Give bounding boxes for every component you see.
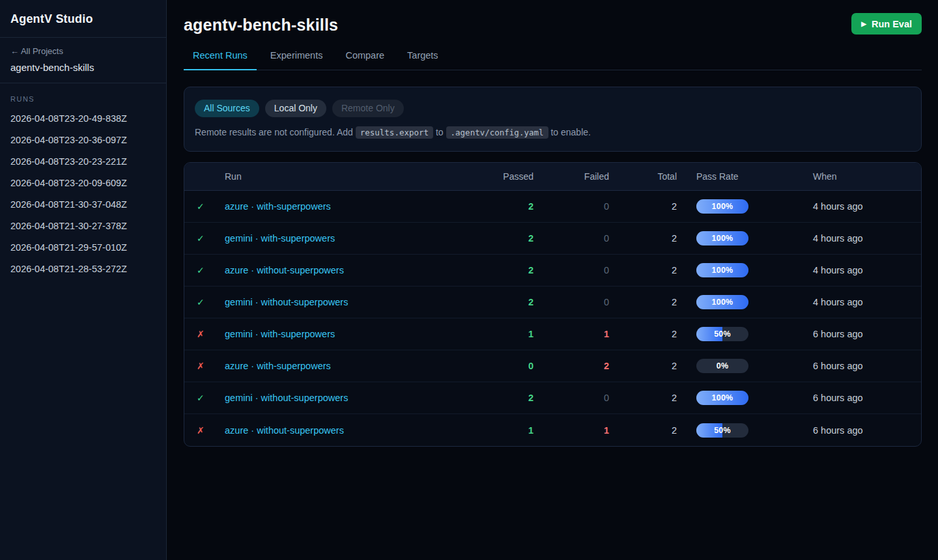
pass-icon: ✓ [184,393,225,403]
run-link[interactable]: gemini · with-superpowers [225,329,335,339]
failed-cell: 0 [533,265,609,275]
column-header-passed: Passed [462,171,533,182]
total-cell: 2 [609,425,677,436]
total-cell: 2 [609,265,677,275]
fail-icon: ✗ [184,329,225,339]
run-link[interactable]: azure · with-superpowers [225,361,331,371]
tab-bar: Recent RunsExperimentsCompareTargets [184,50,922,70]
run-link[interactable]: gemini · with-superpowers [225,233,335,244]
passed-cell: 2 [462,265,533,275]
tab-compare[interactable]: Compare [336,50,393,70]
run-link[interactable]: azure · without-superpowers [225,265,344,275]
code-results-export: results.export [356,126,433,139]
tab-recent-runs[interactable]: Recent Runs [184,50,257,70]
pass-rate-pill: 0% [696,359,748,373]
column-header-total: Total [609,171,677,182]
run-eval-button[interactable]: ▶ Run Eval [851,13,922,35]
passed-cell: 2 [462,201,533,212]
sidebar-run-item[interactable]: 2026-04-08T21-30-37-048Z [0,194,166,216]
app-title: AgentV Studio [0,0,166,38]
sidebar-project-name: agentv-bench-skills [10,62,156,73]
when-cell: 4 hours ago [813,233,921,244]
tab-experiments[interactable]: Experiments [261,50,332,70]
play-icon: ▶ [861,21,866,27]
pass-rate-label: 50% [696,327,748,341]
runs-table: RunPassedFailedTotalPass RateWhen ✓azure… [184,162,922,447]
column-header-when: When [813,171,921,182]
pass-rate-pill: 100% [696,391,748,405]
fail-icon: ✗ [184,361,225,371]
pass-rate-label: 50% [696,423,748,438]
table-header-row: RunPassedFailedTotalPass RateWhen [184,163,921,191]
note-prefix: Remote results are not configured. Add [195,127,356,137]
passed-cell: 0 [462,361,533,371]
sidebar-run-item[interactable]: 2026-04-08T21-29-57-010Z [0,237,166,259]
passed-cell: 1 [462,329,533,339]
table-row: ✓azure · without-superpowers202100%4 hou… [184,255,921,287]
total-cell: 2 [609,233,677,244]
fail-icon: ✗ [184,425,225,436]
page-title: agentv-bench-skills [184,16,338,35]
table-row: ✗azure · without-superpowers11250%6 hour… [184,414,921,446]
pass-rate-label: 0% [696,359,748,373]
failed-cell: 1 [533,329,609,339]
table-row: ✓gemini · without-superpowers202100%6 ho… [184,382,921,414]
sidebar-project-section: ← All Projects agentv-bench-skills [0,38,166,83]
sidebar-run-item[interactable]: 2026-04-08T21-28-53-272Z [0,259,166,280]
chip-local-only[interactable]: Local Only [265,100,326,117]
table-row: ✓gemini · with-superpowers202100%4 hours… [184,223,921,255]
passed-cell: 2 [462,233,533,244]
sidebar-run-item[interactable]: 2026-04-08T23-20-36-097Z [0,130,166,151]
table-row: ✓azure · with-superpowers202100%4 hours … [184,191,921,223]
pass-rate-pill: 50% [696,327,748,341]
sidebar-run-item[interactable]: 2026-04-08T21-30-27-378Z [0,216,166,237]
sidebar-run-item[interactable]: 2026-04-08T23-20-49-838Z [0,108,166,130]
note-suffix: to enable. [548,127,591,137]
app-root: AgentV Studio ← All Projects agentv-benc… [0,0,938,560]
when-cell: 4 hours ago [813,297,921,307]
code-config-yaml: .agentv/config.yaml [446,126,548,139]
run-link[interactable]: gemini · without-superpowers [225,297,348,307]
pass-rate-pill: 100% [696,263,748,277]
pass-rate-label: 100% [696,295,748,309]
note-middle: to [433,127,446,137]
column-header-failed: Failed [533,171,609,182]
pass-rate-pill: 100% [696,295,748,309]
run-eval-label: Run Eval [872,19,912,29]
pass-rate-label: 100% [696,263,748,277]
runs-section-label: RUNS [0,83,166,108]
pass-rate-pill: 100% [696,199,748,214]
passed-cell: 1 [462,425,533,436]
pass-icon: ✓ [184,297,225,307]
runs-list: 2026-04-08T23-20-49-838Z2026-04-08T23-20… [0,108,166,280]
source-filter-chips: All SourcesLocal OnlyRemote Only [195,100,911,117]
total-cell: 2 [609,361,677,371]
table-row: ✓gemini · without-superpowers202100%4 ho… [184,287,921,318]
failed-cell: 0 [533,233,609,244]
total-cell: 2 [609,297,677,307]
run-link[interactable]: azure · without-superpowers [225,425,344,436]
pass-rate-pill: 50% [696,423,748,438]
main-header: agentv-bench-skills ▶ Run Eval [184,13,922,35]
sidebar: AgentV Studio ← All Projects agentv-benc… [0,0,167,560]
pass-rate-label: 100% [696,391,748,405]
passed-cell: 2 [462,393,533,403]
chip-all-sources[interactable]: All Sources [195,100,259,117]
tab-targets[interactable]: Targets [398,50,448,70]
run-link[interactable]: gemini · without-superpowers [225,393,348,403]
total-cell: 2 [609,329,677,339]
total-cell: 2 [609,393,677,403]
failed-cell: 0 [533,393,609,403]
run-link[interactable]: azure · with-superpowers [225,201,331,212]
sidebar-run-item[interactable]: 2026-04-08T23-20-09-609Z [0,173,166,194]
column-header-run: Run [225,171,462,182]
source-filter-panel: All SourcesLocal OnlyRemote Only Remote … [184,87,922,152]
column-header-pass-rate: Pass Rate [677,171,813,182]
passed-cell: 2 [462,297,533,307]
failed-cell: 0 [533,201,609,212]
all-projects-link[interactable]: ← All Projects [10,46,156,56]
failed-cell: 1 [533,425,609,436]
sidebar-run-item[interactable]: 2026-04-08T23-20-23-221Z [0,151,166,173]
total-cell: 2 [609,201,677,212]
pass-icon: ✓ [184,265,225,275]
